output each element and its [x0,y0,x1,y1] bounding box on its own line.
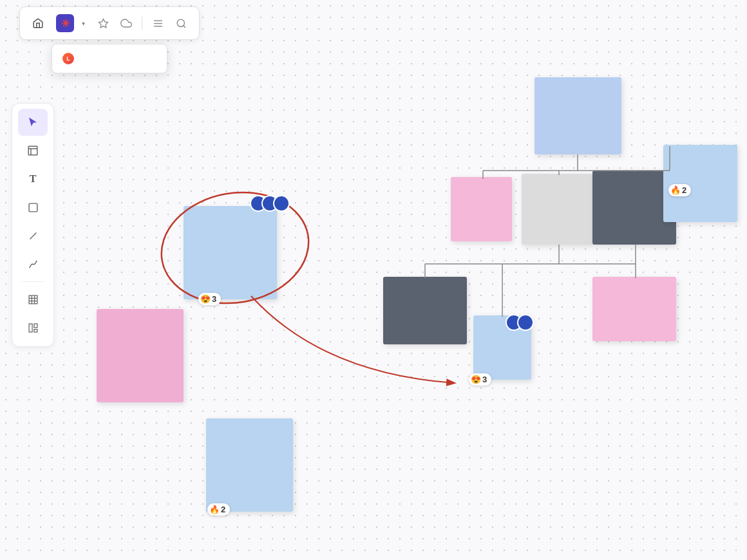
layout-tool[interactable] [18,314,48,341]
svg-rect-11 [29,295,37,304]
menu-button[interactable] [147,13,168,33]
dropdown-menu: L [52,44,167,73]
reaction-badge-r2[interactable]: 🔥2 [207,503,230,516]
sticky-note-note1[interactable] [184,206,277,299]
sidebar: T [12,103,54,347]
favorite-button[interactable] [93,13,113,33]
switch-to-lucidchart-item[interactable]: L [56,48,163,69]
reaction-badge-r4[interactable]: 🔥2 [668,184,691,196]
svg-marker-0 [99,19,108,27]
sync-button[interactable] [116,13,137,33]
sticky-note-note3[interactable] [206,418,293,512]
svg-line-10 [30,232,36,239]
shape-tool[interactable] [18,194,48,221]
text-tool[interactable]: T [18,165,48,192]
table-tool[interactable] [18,286,48,313]
sticky-note-note5[interactable] [451,177,512,241]
reaction-badge-r3[interactable]: 😍3 [469,373,491,386]
app-name-button[interactable]: ✳ ▾ [51,13,90,33]
chevron-down-icon: ▾ [82,20,85,27]
svg-line-5 [183,25,185,27]
sticky-note-note4[interactable] [534,77,621,154]
toolbar: ✳ ▾ [19,6,200,40]
avatar-cluster-ac1 [250,195,290,212]
reaction-count-r4: 2 [682,185,686,195]
search-button[interactable] [171,13,191,33]
svg-point-4 [177,19,184,26]
sticky-note-note8[interactable] [663,145,737,222]
home-button[interactable] [28,13,48,33]
svg-rect-17 [33,324,37,328]
reaction-emoji-r2: 🔥 [209,505,220,514]
reaction-count-r1: 3 [212,294,216,304]
sticky-note-note9[interactable] [383,277,467,344]
avatar-2[interactable] [273,195,290,212]
reaction-badge-r1[interactable]: 😍3 [198,293,221,305]
reaction-emoji-r1: 😍 [200,294,211,304]
reaction-emoji-r4: 🔥 [670,185,681,195]
svg-rect-6 [28,146,37,155]
sticky-note-note11[interactable] [592,277,676,341]
svg-rect-16 [29,324,32,332]
reaction-count-r2: 2 [221,505,225,514]
reaction-count-r3: 3 [482,375,487,384]
sticky-note-note6[interactable] [522,174,592,245]
svg-rect-9 [29,203,37,212]
sticky-note-note2[interactable] [97,309,184,402]
select-tool[interactable] [18,109,48,136]
avatar-cluster-ac2 [506,314,534,331]
pen-tool[interactable] [18,250,48,277]
line-tool[interactable] [18,222,48,249]
toolbar-divider [142,17,142,30]
svg-rect-18 [33,329,37,331]
frame-tool[interactable] [18,137,48,164]
reaction-emoji-r3: 😍 [471,375,481,384]
sidebar-divider [21,281,44,282]
lucidchart-logo: L [62,53,74,64]
avatar-1[interactable] [517,314,534,331]
